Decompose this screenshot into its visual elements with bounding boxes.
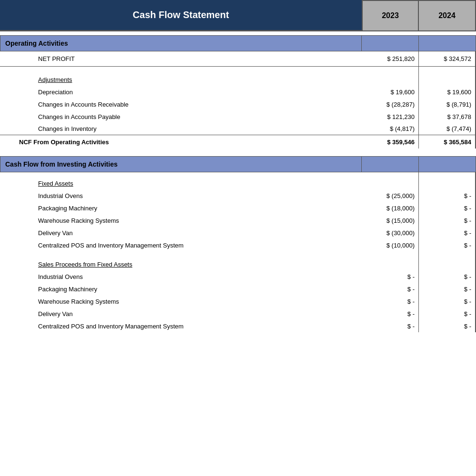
ncf-operating-2024: $ 365,584 <box>419 135 476 149</box>
depreciation-2024: $ 19,600 <box>419 86 476 98</box>
fixed-packaging-2023: $ (18,000) <box>362 202 419 214</box>
year-2023-header: 2023 <box>362 0 419 31</box>
year-2024-header: 2024 <box>419 0 476 31</box>
ar-2024: $ (8,791) <box>419 98 476 110</box>
sales-proceeds-label: Sales Proceeds from Fixed Assets <box>0 258 362 270</box>
sales-industrial-ovens-2023: $ - <box>362 270 419 283</box>
fixed-warehouse-2023: $ (15,000) <box>362 214 419 227</box>
inventory-2024: $ (7,474) <box>419 123 476 135</box>
ncf-operating-label: NCF From Operating Activities <box>0 135 362 149</box>
fixed-warehouse-label: Warehouse Racking Systems <box>0 214 362 227</box>
fixed-pos-label: Centralized POS and Inventory Management… <box>0 239 362 251</box>
sales-warehouse-label: Warehouse Racking Systems <box>0 295 362 307</box>
depreciation-2023: $ 19,600 <box>362 86 419 98</box>
sales-warehouse-2023: $ - <box>362 295 419 307</box>
ar-label: Changes in Accounts Receivable <box>0 98 362 110</box>
fixed-delivery-2023: $ (30,000) <box>362 227 419 239</box>
ap-label: Changes in Accounts Payable <box>0 110 362 123</box>
page: Cash Flow Statement 2023 2024 Operating … <box>0 0 476 476</box>
investing-section-header: Cash Flow from Investing Activities <box>0 156 362 172</box>
net-profit-label: NET PROFIT <box>0 51 362 66</box>
net-profit-2023: $ 251,820 <box>362 51 419 66</box>
inventory-label: Changes in Inventory <box>0 123 362 135</box>
operating-section-header: Operating Activities <box>0 35 362 51</box>
sales-delivery-2024: $ - <box>419 307 476 320</box>
fixed-industrial-ovens-2023: $ (25,000) <box>362 189 419 202</box>
sales-warehouse-2024: $ - <box>419 295 476 307</box>
ncf-operating-2023: $ 359,546 <box>362 135 419 149</box>
sales-packaging-2024: $ - <box>419 283 476 295</box>
sales-pos-2024: $ - <box>419 320 476 332</box>
sales-pos-label: Centralized POS and Inventory Management… <box>0 320 362 332</box>
ar-2023: $ (28,287) <box>362 98 419 110</box>
fixed-packaging-2024: $ - <box>419 202 476 214</box>
net-profit-2024: $ 324,572 <box>419 51 476 66</box>
fixed-pos-2024: $ - <box>419 239 476 251</box>
sales-industrial-ovens-label: Industrial Ovens <box>0 270 362 283</box>
ap-2023: $ 121,230 <box>362 110 419 123</box>
adjustments-label: Adjustments <box>0 73 362 86</box>
fixed-delivery-label: Delivery Van <box>0 227 362 239</box>
sales-industrial-ovens-2024: $ - <box>419 270 476 283</box>
fixed-warehouse-2024: $ - <box>419 214 476 227</box>
sales-delivery-label: Delivery Van <box>0 307 362 320</box>
fixed-packaging-label: Packaging Machinery <box>0 202 362 214</box>
fixed-industrial-ovens-label: Industrial Ovens <box>0 189 362 202</box>
fixed-assets-label: Fixed Assets <box>0 177 362 189</box>
depreciation-label: Depreciation <box>0 86 362 98</box>
sales-pos-2023: $ - <box>362 320 419 332</box>
fixed-delivery-2024: $ - <box>419 227 476 239</box>
fixed-industrial-ovens-2024: $ - <box>419 189 476 202</box>
sales-delivery-2023: $ - <box>362 307 419 320</box>
inventory-2023: $ (4,817) <box>362 123 419 135</box>
fixed-pos-2023: $ (10,000) <box>362 239 419 251</box>
sales-packaging-label: Packaging Machinery <box>0 283 362 295</box>
sales-packaging-2023: $ - <box>362 283 419 295</box>
ap-2024: $ 37,678 <box>419 110 476 123</box>
report-title: Cash Flow Statement <box>0 0 362 31</box>
